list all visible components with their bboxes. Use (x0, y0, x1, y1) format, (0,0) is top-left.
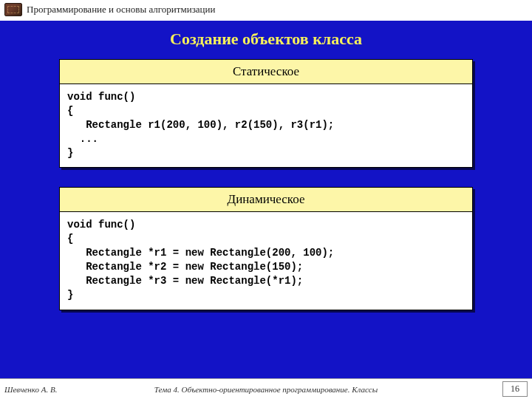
course-title: Программирование и основы алгоритмизации (27, 4, 215, 16)
footer-bar: Шевченко А. В. Тема 4. Объектно-ориентир… (0, 378, 532, 399)
static-creation-box: Статическое void func() { Rectangle r1(2… (59, 59, 473, 168)
static-box-header: Статическое (59, 59, 473, 83)
slide-body: Создание объектов класса Статическое voi… (0, 21, 532, 378)
dynamic-creation-box: Динамическое void func() { Rectangle *r1… (59, 187, 473, 310)
slide-title: Создание объектов класса (30, 30, 502, 49)
footer-author: Шевченко А. В. (4, 385, 93, 394)
logo-icon (4, 3, 22, 16)
page-number: 16 (502, 381, 528, 397)
header-bar: Программирование и основы алгоритмизации (0, 0, 532, 21)
footer-topic: Тема 4. Объектно-ориентированное програм… (154, 385, 378, 394)
dynamic-code-block: void func() { Rectangle *r1 = new Rectan… (59, 211, 473, 310)
dynamic-box-header: Динамическое (59, 187, 473, 211)
static-code-block: void func() { Rectangle r1(200, 100), r2… (59, 83, 473, 168)
